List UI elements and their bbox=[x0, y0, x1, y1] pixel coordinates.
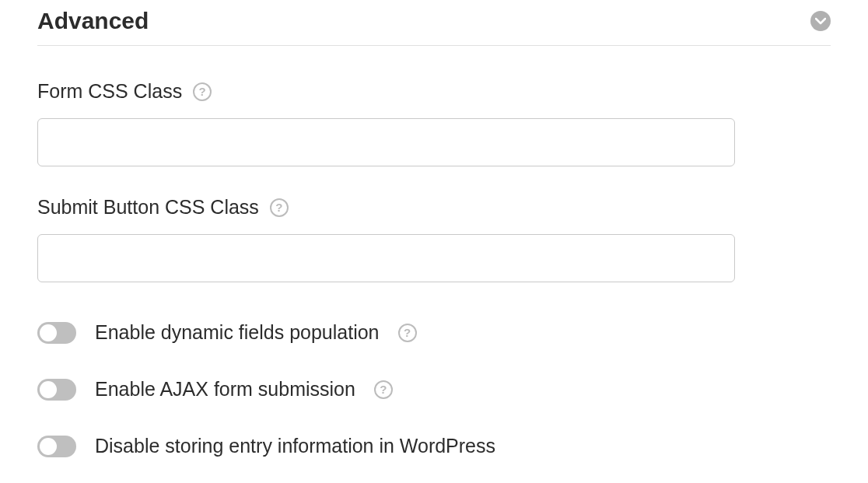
help-icon[interactable]: ? bbox=[270, 198, 289, 217]
field-label: Submit Button CSS Class bbox=[37, 196, 259, 219]
form-css-class-input[interactable] bbox=[37, 118, 735, 166]
toggle-dynamic-fields: Enable dynamic fields population ? bbox=[37, 321, 831, 344]
field-label: Form CSS Class bbox=[37, 80, 182, 103]
toggle-label: Enable dynamic fields population bbox=[95, 321, 380, 344]
help-icon[interactable]: ? bbox=[193, 82, 212, 101]
section-title: Advanced bbox=[37, 8, 149, 34]
toggle-knob bbox=[40, 381, 57, 398]
chevron-down-icon[interactable] bbox=[810, 11, 831, 31]
submit-button-css-class-input[interactable] bbox=[37, 234, 735, 282]
toggle-label: Enable AJAX form submission bbox=[95, 378, 355, 401]
toggle-switch[interactable] bbox=[37, 322, 76, 344]
toggles-section: Enable dynamic fields population ? Enabl… bbox=[37, 321, 831, 457]
submit-button-css-class-field: Submit Button CSS Class ? bbox=[37, 196, 831, 282]
section-header[interactable]: Advanced bbox=[37, 8, 831, 46]
toggle-knob bbox=[40, 324, 57, 341]
toggle-knob bbox=[40, 438, 57, 455]
help-icon[interactable]: ? bbox=[398, 324, 417, 342]
toggle-disable-storing: Disable storing entry information in Wor… bbox=[37, 435, 831, 457]
field-label-row: Submit Button CSS Class ? bbox=[37, 196, 831, 219]
toggle-switch[interactable] bbox=[37, 379, 76, 401]
toggle-ajax-submission: Enable AJAX form submission ? bbox=[37, 378, 831, 401]
field-label-row: Form CSS Class ? bbox=[37, 80, 831, 103]
help-icon[interactable]: ? bbox=[374, 380, 393, 399]
toggle-switch[interactable] bbox=[37, 436, 76, 457]
toggle-label: Disable storing entry information in Wor… bbox=[95, 435, 495, 457]
form-css-class-field: Form CSS Class ? bbox=[37, 80, 831, 166]
